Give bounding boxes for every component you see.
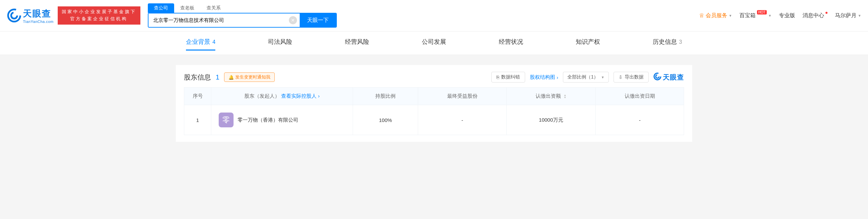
crown-icon: ♕ bbox=[699, 12, 704, 19]
top-header: 天眼查 TianYanCha.com 国家中小企业发展子基金旗下 官方备案企业征… bbox=[0, 0, 868, 31]
section-header: 股东信息 1 🔔 发生变更时通知我 ⎘ 数据纠错 股权结构图 › 全部比例（1）… bbox=[184, 72, 684, 83]
chevron-down-icon: ▼ bbox=[601, 75, 604, 79]
table-row: 1 零 零一万物（香港）有限公司 100% - 10000万元 - bbox=[184, 105, 684, 135]
header-right: ♕ 会员服务 ▼ 百宝箱 HOT ▼ 专业版 消息中心 马尔萨月 ▼ bbox=[699, 12, 861, 19]
category-tab-4[interactable]: 经营状况 bbox=[499, 38, 523, 51]
correct-label: 数据纠错 bbox=[501, 74, 520, 80]
chevron-down-icon: ▼ bbox=[858, 14, 861, 18]
watermark: 天眼查 bbox=[653, 72, 684, 82]
logo-swirl-icon bbox=[7, 8, 22, 23]
watermark-text: 天眼查 bbox=[663, 73, 684, 82]
document-icon: ⎘ bbox=[496, 74, 499, 80]
th-seq: 序号 bbox=[184, 88, 211, 105]
search-box: ✕ 天眼一下 bbox=[148, 13, 337, 28]
ratio-select-label: 全部比例（1） bbox=[567, 74, 598, 80]
equity-structure-link[interactable]: 股权结构图 › bbox=[530, 74, 558, 81]
th-amount[interactable]: 认缴出资额 ▲▼ bbox=[507, 88, 596, 105]
banner-line1: 国家中小企业发展子基金旗下 bbox=[62, 8, 136, 15]
company-name-link[interactable]: 零一万物（香港）有限公司 bbox=[238, 117, 298, 123]
search-button[interactable]: 天眼一下 bbox=[300, 13, 336, 27]
search-tab-relation[interactable]: 查关系 bbox=[200, 3, 227, 13]
search-tabs: 查公司 查老板 查关系 bbox=[148, 3, 337, 13]
cell-benefit: - bbox=[418, 105, 507, 135]
nav-treasure-label: 百宝箱 bbox=[739, 12, 756, 19]
vip-label: 会员服务 bbox=[706, 12, 727, 19]
th-ratio: 持股比例 bbox=[353, 88, 418, 105]
category-count: 4 bbox=[211, 39, 215, 45]
search-area: 查公司 查老板 查关系 ✕ 天眼一下 bbox=[148, 3, 337, 28]
search-input[interactable] bbox=[148, 13, 289, 27]
svg-point-0 bbox=[8, 9, 20, 22]
search-tab-company[interactable]: 查公司 bbox=[148, 3, 174, 13]
logo-title: 天眼查 bbox=[23, 8, 54, 20]
bell-icon: 🔔 bbox=[228, 75, 234, 80]
clear-icon[interactable]: ✕ bbox=[289, 16, 297, 24]
logo[interactable]: 天眼查 TianYanCha.com bbox=[7, 8, 54, 24]
svg-point-2 bbox=[654, 73, 661, 80]
category-tab-3[interactable]: 公司发展 bbox=[422, 38, 446, 51]
nav-messages[interactable]: 消息中心 bbox=[803, 12, 828, 19]
category-count: 3 bbox=[678, 39, 682, 45]
hot-badge: HOT bbox=[757, 10, 767, 14]
cell-shareholder: 零 零一万物（香港）有限公司 bbox=[211, 105, 353, 135]
notification-dot-icon bbox=[825, 12, 828, 14]
chevron-down-icon: ▼ bbox=[768, 14, 771, 18]
shareholder-section: 股东信息 1 🔔 发生变更时通知我 ⎘ 数据纠错 股权结构图 › 全部比例（1）… bbox=[176, 65, 692, 142]
category-tab-0[interactable]: 企业背景 4 bbox=[186, 38, 215, 51]
cell-amount: 10000万元 bbox=[507, 105, 596, 135]
svg-point-3 bbox=[656, 75, 659, 78]
notify-label: 发生变更时通知我 bbox=[235, 74, 270, 80]
nav-user-label: 马尔萨月 bbox=[835, 12, 857, 19]
sort-icon: ▲▼ bbox=[564, 94, 566, 99]
category-tabs: 企业背景 4司法风险经营风险公司发展经营状况知识产权历史信息 3 bbox=[0, 32, 868, 55]
nav-treasure[interactable]: 百宝箱 HOT ▼ bbox=[739, 12, 771, 19]
category-tab-2[interactable]: 经营风险 bbox=[345, 38, 369, 51]
section-count: 1 bbox=[216, 73, 219, 81]
cell-date: - bbox=[596, 105, 684, 135]
th-shareholder-label: 股东（发起人） bbox=[244, 93, 280, 99]
section-toolbar: ⎘ 数据纠错 股权结构图 › 全部比例（1） ▼ ⇩ 导出数据 天眼查 bbox=[491, 72, 684, 83]
cell-seq: 1 bbox=[184, 105, 211, 135]
data-correct-button[interactable]: ⎘ 数据纠错 bbox=[491, 72, 525, 83]
vip-link[interactable]: ♕ 会员服务 ▼ bbox=[699, 12, 732, 19]
category-tab-5[interactable]: 知识产权 bbox=[576, 38, 600, 51]
category-tab-1[interactable]: 司法风险 bbox=[268, 38, 292, 51]
company-logo: 零 bbox=[219, 113, 234, 127]
th-date: 认缴出资日期 bbox=[596, 88, 684, 105]
shareholder-table: 序号 股东（发起人） 查看实际控股人 › 持股比例 最终受益股份 认缴出资额 ▲… bbox=[184, 87, 684, 135]
svg-point-1 bbox=[11, 12, 17, 19]
th-amount-label: 认缴出资额 bbox=[536, 93, 561, 99]
nav-msg-label: 消息中心 bbox=[803, 12, 824, 19]
structure-label: 股权结构图 bbox=[530, 74, 555, 81]
logo-swirl-icon bbox=[653, 72, 661, 82]
cell-ratio: 100% bbox=[353, 105, 418, 135]
th-shareholder: 股东（发起人） 查看实际控股人 › bbox=[211, 88, 353, 105]
view-controller-label: 查看实际控股人 bbox=[281, 93, 317, 99]
export-label: 导出数据 bbox=[625, 74, 644, 80]
brand-banner: 国家中小企业发展子基金旗下 官方备案企业征信机构 bbox=[58, 6, 140, 25]
view-controller-link[interactable]: 查看实际控股人 › bbox=[281, 93, 320, 99]
download-icon: ⇩ bbox=[619, 74, 623, 80]
ratio-filter-select[interactable]: 全部比例（1） ▼ bbox=[563, 72, 609, 83]
chevron-right-icon: › bbox=[557, 74, 558, 80]
nav-user[interactable]: 马尔萨月 ▼ bbox=[835, 12, 861, 19]
chevron-down-icon: ▼ bbox=[729, 14, 732, 18]
nav-pro[interactable]: 专业版 bbox=[779, 12, 795, 19]
banner-line2: 官方备案企业征信机构 bbox=[62, 15, 136, 23]
category-tab-6[interactable]: 历史信息 3 bbox=[653, 38, 682, 51]
notify-button[interactable]: 🔔 发生变更时通知我 bbox=[224, 72, 275, 82]
logo-subtitle: TianYanCha.com bbox=[23, 20, 54, 24]
th-benefit: 最终受益股份 bbox=[418, 88, 507, 105]
section-title: 股东信息 bbox=[184, 73, 211, 82]
export-button[interactable]: ⇩ 导出数据 bbox=[614, 72, 649, 83]
search-tab-boss[interactable]: 查老板 bbox=[174, 3, 200, 13]
